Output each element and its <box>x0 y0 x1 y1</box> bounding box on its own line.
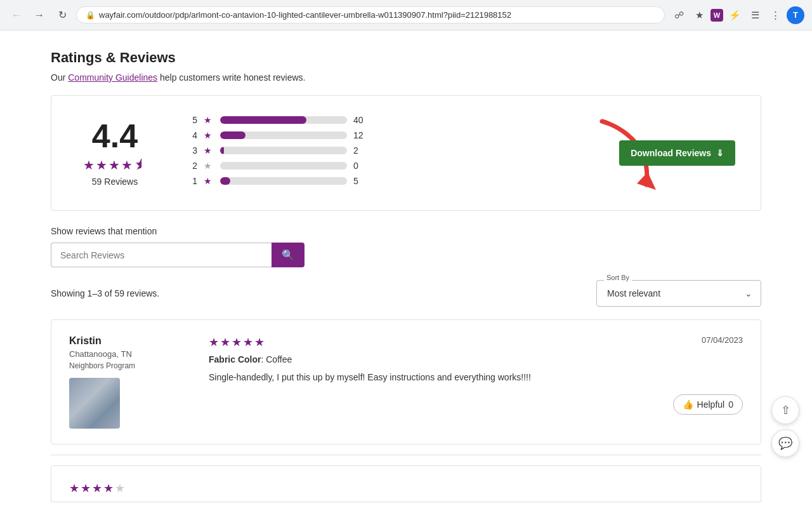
rev-star-2: ★ <box>220 335 230 349</box>
lock-icon: 🔒 <box>86 11 95 20</box>
review-divider <box>51 455 761 455</box>
sidebar-button[interactable]: ☰ <box>746 6 764 24</box>
rev-star-1: ★ <box>209 335 219 349</box>
thumbs-up-icon: 👍 <box>683 399 693 410</box>
review-date: 07/04/2023 <box>702 335 743 345</box>
download-reviews-button[interactable]: Download Reviews ⇓ <box>619 140 735 166</box>
partial-star-1: ★ <box>69 481 79 495</box>
fabric-color-value: Coffee <box>266 354 292 364</box>
bar-fill-4 <box>220 131 246 139</box>
bar-fill-5 <box>220 116 306 124</box>
bar-count-1: 5 <box>353 176 366 186</box>
ratings-card: 4.4 ★ ★ ★ ★ ⯨ 59 Reviews 5 ★ <box>51 95 761 211</box>
fabric-color-label: Fabric Color <box>209 354 261 364</box>
bar-label-1: 1 <box>191 176 197 186</box>
page-content: Ratings & Reviews Our Community Guidelin… <box>25 30 787 508</box>
reviewer-name: Kristin <box>69 335 183 347</box>
bar-track-2 <box>220 162 347 170</box>
scroll-to-top-button[interactable]: ⇧ <box>771 396 799 424</box>
section-title: Ratings & Reviews <box>51 50 761 66</box>
sort-container: Sort By Most relevant Most recent Highes… <box>596 280 761 307</box>
bookmark-button[interactable]: ☍ <box>670 6 688 24</box>
star-4: ★ <box>121 157 133 173</box>
extensions-button[interactable]: ⚡ <box>726 6 743 24</box>
browser-chrome: ← → ↻ 🔒 wayfair.com/outdoor/pdp/arlmont-… <box>0 0 812 30</box>
results-sort-row: Showing 1–3 of 59 reviews. Sort By Most … <box>51 280 761 307</box>
bar-count-2: 0 <box>353 161 366 171</box>
rating-number: 4.4 <box>77 119 153 152</box>
menu-button[interactable]: ⋮ <box>766 6 784 24</box>
review-card-partial: ★ ★ ★ ★ ★ <box>51 465 761 502</box>
favorite-star-button[interactable]: ★ <box>690 6 708 24</box>
bar-label-3: 3 <box>191 145 197 156</box>
search-icon: 🔍 <box>282 249 294 261</box>
review-top-row: ★ ★ ★ ★ ★ 07/04/2023 <box>209 335 743 354</box>
bar-count-3: 2 <box>353 145 366 156</box>
chat-button[interactable]: 💬 <box>771 429 799 457</box>
bar-star-2: ★ <box>204 161 214 171</box>
helpful-button[interactable]: 👍 Helpful 0 <box>673 394 743 415</box>
bar-label-4: 4 <box>191 130 197 140</box>
overall-stars: ★ ★ ★ ★ ⯨ <box>77 157 153 173</box>
search-input[interactable] <box>51 243 272 267</box>
partial-star-2: ★ <box>81 481 91 495</box>
review-card: Kristin Chattanooga, TN Neighbors Progra… <box>51 319 761 444</box>
community-text: Our Community Guidelines help customers … <box>51 72 761 83</box>
bar-row-1: 1 ★ 5 <box>191 176 735 186</box>
sort-select[interactable]: Most relevant Most recent Highest rated … <box>596 280 761 307</box>
forward-button[interactable]: → <box>30 6 48 24</box>
partial-star-3: ★ <box>92 481 102 495</box>
star-5-half: ⯨ <box>134 157 147 173</box>
review-header: Kristin Chattanooga, TN Neighbors Progra… <box>69 335 743 429</box>
browser-action-buttons: ☍ ★ W ⚡ ☰ ⋮ T <box>670 6 804 24</box>
rev-star-4: ★ <box>243 335 253 349</box>
reviews-count: 59 Reviews <box>77 177 153 187</box>
url-text: wayfair.com/outdoor/pdp/arlmont-co-antav… <box>99 10 655 20</box>
search-label: Show reviews that mention <box>51 226 761 236</box>
download-label: Download Reviews <box>631 148 711 158</box>
review-image[interactable] <box>69 378 120 429</box>
community-text-before: Our <box>51 72 68 83</box>
star-3: ★ <box>108 157 120 173</box>
community-text-after: help customers write honest reviews. <box>157 72 305 83</box>
reload-button[interactable]: ↻ <box>53 6 71 24</box>
search-section: Show reviews that mention 🔍 <box>51 226 761 267</box>
bar-star-3: ★ <box>204 145 214 156</box>
bar-star-4: ★ <box>204 130 214 140</box>
rev-star-5: ★ <box>254 335 265 349</box>
review-image-placeholder <box>69 378 120 429</box>
review-color: Fabric Color: Coffee <box>209 354 743 364</box>
helpful-count: 0 <box>728 399 733 410</box>
profile-avatar[interactable]: T <box>787 6 804 24</box>
helpful-label: Helpful <box>697 399 725 410</box>
bar-star-1: ★ <box>204 176 214 186</box>
page-wrapper: Ratings & Reviews Our Community Guidelin… <box>0 30 812 508</box>
wayfair-extension-icon[interactable]: W <box>710 9 723 22</box>
bar-fill-1 <box>220 177 230 185</box>
partial-star-5: ★ <box>115 481 125 495</box>
search-button[interactable]: 🔍 <box>272 243 304 267</box>
address-bar[interactable]: 🔒 wayfair.com/outdoor/pdp/arlmont-co-ant… <box>76 6 665 23</box>
bar-track-4 <box>220 131 347 139</box>
download-icon: ⇓ <box>716 148 724 158</box>
review-main: ★ ★ ★ ★ ★ 07/04/2023 Fabric Color: Coffe… <box>209 335 743 429</box>
search-bar-container: 🔍 <box>51 243 304 267</box>
bar-star-5: ★ <box>204 115 214 125</box>
bar-fill-3 <box>220 147 224 154</box>
overall-rating-section: 4.4 ★ ★ ★ ★ ⯨ 59 Reviews <box>77 119 153 187</box>
bar-label-2: 2 <box>191 161 197 171</box>
sort-label: Sort By <box>604 274 632 281</box>
review-stars: ★ ★ ★ ★ ★ <box>209 335 265 349</box>
reviewer-info: Kristin Chattanooga, TN Neighbors Progra… <box>69 335 183 429</box>
community-guidelines-link[interactable]: Community Guidelines <box>68 72 157 83</box>
showing-text: Showing 1–3 of 59 reviews. <box>51 288 159 298</box>
download-area: Download Reviews ⇓ <box>619 140 735 166</box>
floating-buttons: ⇧ 💬 <box>771 396 799 457</box>
partial-star-4: ★ <box>103 481 114 495</box>
bar-track-1 <box>220 177 347 185</box>
bar-row-5: 5 ★ 40 <box>191 115 735 125</box>
back-button[interactable]: ← <box>8 6 25 24</box>
rev-star-3: ★ <box>232 335 242 349</box>
review-text: Single-handedly, I put this up by myself… <box>209 371 743 384</box>
reviewer-badge: Neighbors Program <box>69 361 183 370</box>
